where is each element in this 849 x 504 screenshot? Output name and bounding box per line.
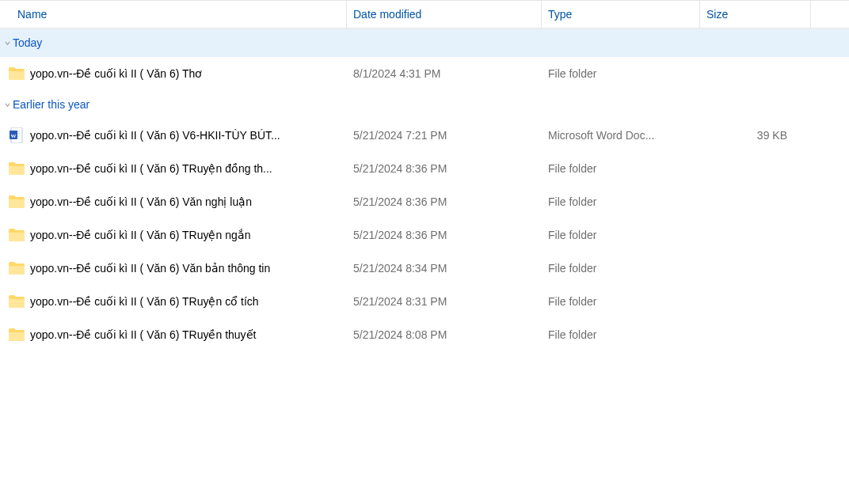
file-type: File folder (542, 162, 700, 175)
file-date: 5/21/2024 8:36 PM (347, 195, 542, 208)
file-date: 8/1/2024 4:31 PM (347, 67, 542, 80)
file-name: yopo.vn--Đề cuối kì II ( Văn 6) Văn bản … (30, 262, 270, 275)
file-name: yopo.vn--Đề cuối kì II ( Văn 6) V6-HKII-… (30, 129, 280, 142)
folder-icon (8, 293, 25, 310)
folder-icon (8, 65, 25, 82)
svg-text:W: W (11, 133, 17, 139)
file-date: 5/21/2024 8:08 PM (347, 328, 542, 341)
file-type: File folder (542, 67, 700, 80)
file-date: 5/21/2024 8:31 PM (347, 295, 542, 308)
folder-icon (8, 226, 25, 244)
column-header-date[interactable]: Date modified (347, 1, 542, 28)
file-date: 5/21/2024 7:21 PM (347, 129, 542, 142)
folder-icon (8, 160, 25, 177)
chevron-down-icon (3, 101, 11, 108)
file-row[interactable]: Wyopo.vn--Đề cuối kì II ( Văn 6) V6-HKII… (0, 119, 849, 152)
file-date: 5/21/2024 8:34 PM (347, 262, 542, 275)
file-type: File folder (542, 328, 700, 341)
folder-icon (8, 260, 25, 277)
file-row[interactable]: yopo.vn--Đề cuối kì II ( Văn 6) TRuyện đ… (0, 152, 849, 185)
file-type: File folder (542, 295, 700, 308)
file-name: yopo.vn--Đề cuối kì II ( Văn 6) Văn nghị… (30, 195, 252, 208)
file-row[interactable]: yopo.vn--Đề cuối kì II ( Văn 6) Văn bản … (0, 252, 849, 285)
file-row[interactable]: yopo.vn--Đề cuối kì II ( Văn 6) TRuyện n… (0, 218, 849, 252)
group-header[interactable]: Earlier this year (0, 90, 849, 119)
group-header[interactable]: Today (0, 28, 849, 57)
file-name: yopo.vn--Đề cuối kì II ( Văn 6) Thơ (30, 67, 202, 80)
file-row[interactable]: yopo.vn--Đề cuối kì II ( Văn 6) Văn nghị… (0, 185, 849, 218)
column-header-type[interactable]: Type (542, 1, 700, 28)
file-date: 5/21/2024 8:36 PM (347, 162, 542, 175)
file-type: File folder (542, 195, 700, 208)
chevron-down-icon (3, 40, 11, 47)
file-type: File folder (542, 262, 700, 275)
file-row[interactable]: yopo.vn--Đề cuối kì II ( Văn 6) TRuyền t… (0, 318, 849, 351)
word-doc-icon: W (8, 127, 25, 144)
file-name: yopo.vn--Đề cuối kì II ( Văn 6) TRuyện n… (30, 229, 251, 241)
file-name: yopo.vn--Đề cuối kì II ( Văn 6) TRuyện c… (30, 295, 259, 308)
file-list: Todayyopo.vn--Đề cuối kì II ( Văn 6) Thơ… (0, 28, 849, 351)
group-label: Today (13, 36, 42, 49)
file-row[interactable]: yopo.vn--Đề cuối kì II ( Văn 6) TRuyện c… (0, 285, 849, 318)
file-name: yopo.vn--Đề cuối kì II ( Văn 6) TRuyền t… (30, 328, 257, 341)
column-header-size[interactable]: Size (700, 1, 811, 28)
file-name: yopo.vn--Đề cuối kì II ( Văn 6) TRuyện đ… (30, 162, 272, 175)
file-type: File folder (542, 229, 700, 241)
folder-icon (8, 193, 25, 210)
group-label: Earlier this year (13, 98, 89, 111)
file-size: 39 KB (700, 129, 811, 142)
column-header-name[interactable]: Name (0, 1, 347, 28)
folder-icon (8, 326, 25, 343)
file-row[interactable]: yopo.vn--Đề cuối kì II ( Văn 6) Thơ8/1/2… (0, 57, 849, 90)
file-type: Microsoft Word Doc... (542, 129, 700, 142)
file-date: 5/21/2024 8:36 PM (347, 229, 542, 241)
column-header-row: Name Date modified Type Size (0, 0, 849, 28)
